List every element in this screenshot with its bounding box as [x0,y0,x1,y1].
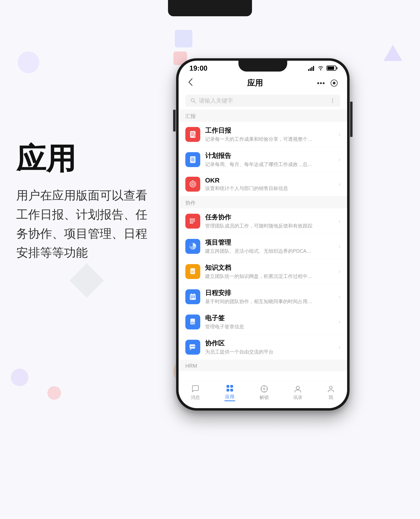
nav-record-button[interactable] [330,80,338,87]
nav-item-me[interactable]: 我 [327,385,335,401]
arrow-knowledge: › [338,268,340,275]
svg-rect-2 [311,67,312,71]
svg-point-44 [191,346,192,347]
svg-rect-0 [308,69,309,71]
svg-rect-26 [190,220,191,222]
nav-item-apps[interactable]: 应用 [224,384,235,401]
nav-dots-button[interactable]: ••• [317,79,325,87]
svg-rect-48 [230,385,233,388]
svg-rect-25 [190,218,191,220]
app-info-collab: 协作区 为员工提供一个自由交流的平台 [205,339,334,355]
app-desc-task: 管理团队成员的工作，可随时随地反馈和有效跟踪 [205,223,316,229]
me-icon [327,385,335,393]
app-name-esign: 电子签 [205,314,334,322]
back-button[interactable] [188,78,193,88]
svg-rect-49 [226,389,229,391]
app-icon-knowledge [185,264,200,279]
list-item-work-daily[interactable]: 工作日报 记录每一天的工作成果和经验分享，可透视整个组织每位成... › [179,122,347,147]
list-item-task[interactable]: 任务协作 管理团队成员的工作，可随时随地反馈和有效跟踪 › [179,209,347,234]
svg-rect-50 [230,389,233,391]
top-phone-bar [168,0,252,16]
list-item-project[interactable]: 项目管理 建立跨团队、灵活小组式、无组织边界的PDCA项目式协作 › [179,234,347,259]
left-content: 应用 用户在应用版面可以查看工作日报、计划报告、任务协作、项目管理、日程安排等等… [16,142,158,262]
battery-fill [328,67,334,70]
svg-rect-37 [191,297,192,298]
nav-item-messages[interactable]: 消息 [191,385,200,401]
svg-point-58 [296,386,300,390]
search-left: 请输入关键字 [190,97,233,105]
arrow-task: › [338,218,340,224]
app-name-plan-report: 计划报告 [205,151,334,160]
svg-rect-3 [313,66,314,71]
nav-label-messages: 消息 [191,394,200,401]
svg-rect-38 [192,297,193,298]
list-item-collab[interactable]: 协作区 为员工提供一个自由交流的平台 › [179,335,347,360]
app-name-knowledge: 知识文档 [205,263,334,272]
app-name-collab: 协作区 [205,339,334,348]
list-item-schedule[interactable]: 日程安排 基于时间的团队协作，相互知晓同事的时间占用，避免工作... › [179,284,347,309]
svg-rect-47 [226,385,229,388]
record-inner [333,82,336,84]
bottom-nav: 消息 应用 [179,381,347,408]
list-item-knowledge[interactable]: 知识文档 建立团队统一的知识网盘，积累沉淀工作过程中的知识经验 › [179,259,347,284]
app-name-task: 任务协作 [205,213,334,222]
bg-decoration-3 [175,30,192,47]
app-info-esign: 电子签 管理电子签章信息 [205,314,334,330]
nav-actions: ••• [317,79,338,87]
svg-point-8 [332,100,333,101]
nav-active-indicator [224,400,235,401]
apps-icon [226,384,234,392]
list-item-okr[interactable]: OKR 设置和统计个人与部门的销售目标信息 › [179,172,347,196]
app-icon-schedule [185,289,200,304]
search-placeholder: 请输入关键字 [199,97,233,105]
app-info-knowledge: 知识文档 建立团队统一的知识网盘，积累沉淀工作过程中的知识经验 [205,263,334,280]
nav-item-discover[interactable]: 解锁 [260,385,269,401]
svg-rect-36 [194,293,195,295]
arrow-okr: › [338,181,340,187]
phone-outer: 19:00 [176,58,350,411]
app-info-okr: OKR 设置和统计个人与部门的销售目标信息 [205,177,334,192]
triangle-decoration [383,45,402,61]
app-icon-okr [185,177,200,192]
contacts-icon [294,385,302,393]
svg-point-20 [192,183,194,185]
section-header-hrm: HRM [179,360,347,371]
arrow-collab: › [338,344,340,350]
status-time: 19:00 [189,64,207,72]
wifi-icon [317,66,324,71]
phone-mockup: 19:00 [176,58,350,411]
bg-decoration-5 [11,369,29,386]
notch [239,61,287,72]
svg-rect-40 [191,298,192,299]
nav-item-contacts[interactable]: 讯录 [293,385,302,401]
signal-icon [308,66,315,71]
diamond-decoration [69,263,104,298]
search-bar[interactable]: 请输入关键字 [185,95,340,107]
svg-point-59 [330,386,332,389]
svg-rect-41 [190,319,195,324]
app-desc-collab: 为员工提供一个自由交流的平台 [205,349,316,355]
app-icon-collab [185,340,200,355]
bg-decoration-6 [47,386,61,400]
svg-point-46 [194,346,195,347]
nav-label-apps: 应用 [225,394,234,400]
nav-bar: 应用 ••• [179,76,347,90]
svg-rect-30 [194,268,195,270]
list-item-esign[interactable]: 电子签 管理电子签章信息 › [179,309,347,335]
app-icon-task [185,214,200,229]
search-icon [190,98,196,104]
app-name-okr: OKR [205,177,334,184]
svg-point-7 [332,98,333,99]
app-icon-project [185,239,200,254]
svg-point-9 [332,102,333,103]
nav-label-contacts: 讯录 [293,394,302,401]
section-header-huibao: 汇报 [179,110,347,122]
page-description: 用户在应用版面可以查看工作日报、计划报告、任务协作、项目管理、日程安排等等功能 [16,186,158,262]
svg-rect-1 [310,68,311,71]
list-item-plan-report[interactable]: 计划报告 记录每周、每月、每年达成了哪些工作成效，总结成长的心... › [179,147,347,172]
app-desc-plan-report: 记录每周、每月、每年达成了哪些工作成效，总结成长的心... [205,161,316,168]
app-icon-plan-report [185,152,200,167]
svg-line-6 [194,101,196,103]
app-info-plan-report: 计划报告 记录每周、每月、每年达成了哪些工作成效，总结成长的心... [205,151,334,168]
app-icon-work-daily [185,127,200,142]
